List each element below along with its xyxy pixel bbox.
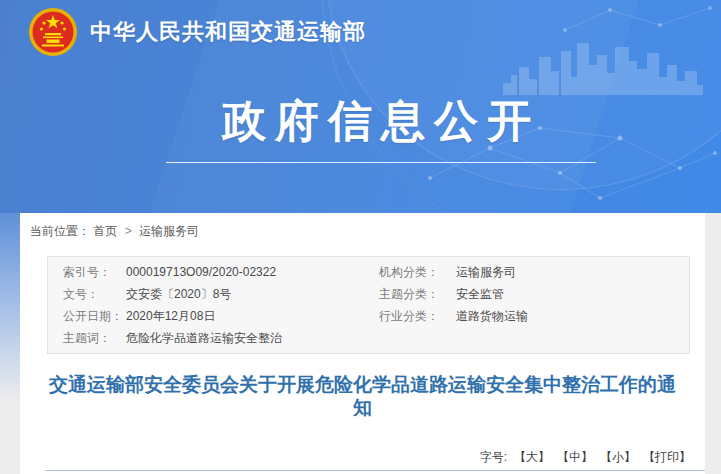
content-box: 当前位置： 首页 > 运输服务司 索引号： 000019713O09/2020-… bbox=[20, 213, 705, 474]
meta-row-topic-category: 主题分类： 安全监管 bbox=[379, 283, 689, 305]
site-name: 中华人民共和国交通运输部 bbox=[90, 17, 366, 47]
meta-row-keywords: 主题词： 危险化学品道路运输安全整治 bbox=[48, 327, 379, 349]
breadcrumb-separator: > bbox=[125, 224, 132, 238]
meta-value: 危险化学品道路运输安全整治 bbox=[126, 327, 282, 349]
meta-row-publish-date: 公开日期： 2020年12月08日 bbox=[48, 305, 379, 327]
breadcrumb-home-link[interactable]: 首页 bbox=[93, 224, 117, 238]
meta-column-right: 机构分类： 运输服务司 主题分类： 安全监管 行业分类： 道路货物运输 bbox=[379, 261, 689, 349]
meta-row-industry-category: 行业分类： 道路货物运输 bbox=[379, 305, 689, 327]
meta-label: 机构分类： bbox=[379, 261, 456, 283]
breadcrumb: 当前位置： 首页 > 运输服务司 bbox=[20, 213, 705, 240]
meta-label: 文号： bbox=[63, 283, 126, 305]
meta-column-left: 索引号： 000019713O09/2020-02322 文号： 交安委〔202… bbox=[48, 261, 379, 349]
breadcrumb-section-link[interactable]: 运输服务司 bbox=[139, 224, 199, 238]
meta-value: 安全监管 bbox=[456, 283, 504, 305]
meta-label: 主题词： bbox=[63, 327, 126, 349]
meta-value: 000019713O09/2020-02322 bbox=[126, 261, 276, 283]
meta-label: 索引号： bbox=[63, 261, 126, 283]
meta-label: 主题分类： bbox=[379, 283, 456, 305]
left-gradient-strip bbox=[0, 213, 20, 474]
breadcrumb-label: 当前位置： bbox=[30, 224, 90, 238]
page-title: 政府信息公开 bbox=[166, 92, 596, 151]
page-body: 当前位置： 首页 > 运输服务司 索引号： 000019713O09/2020-… bbox=[0, 213, 721, 474]
meta-value: 2020年12月08日 bbox=[126, 305, 215, 327]
meta-value: 交安委〔2020〕8号 bbox=[126, 283, 231, 305]
print-button[interactable]: 【打印】 bbox=[643, 450, 691, 464]
national-emblem bbox=[28, 7, 78, 57]
font-size-label: 字号: bbox=[480, 450, 507, 464]
font-size-large-button[interactable]: 【大】 bbox=[514, 450, 550, 464]
meta-row-index-number: 索引号： 000019713O09/2020-02322 bbox=[48, 261, 379, 283]
meta-row-document-number: 文号： 交安委〔2020〕8号 bbox=[48, 283, 379, 305]
font-size-medium-button[interactable]: 【中】 bbox=[557, 450, 593, 464]
bottom-divider bbox=[45, 470, 705, 471]
font-size-small-button[interactable]: 【小】 bbox=[600, 450, 636, 464]
meta-row-agency-category: 机构分类： 运输服务司 bbox=[379, 261, 689, 283]
document-meta-table: 索引号： 000019713O09/2020-02322 文号： 交安委〔202… bbox=[47, 256, 690, 354]
meta-label: 公开日期： bbox=[63, 305, 126, 327]
banner: 中华人民共和国交通运输部 政府信息公开 bbox=[0, 0, 721, 213]
font-size-controls: 字号:【大】【中】【小】【打印】 bbox=[480, 449, 691, 466]
city-skyline-decoration bbox=[503, 40, 703, 95]
banner-title-underline: 政府信息公开 bbox=[166, 92, 596, 163]
article-title: 交通运输部安全委员会关于开展危险化学品道路运输安全集中整治工作的通知 bbox=[40, 373, 685, 419]
constellation-decoration bbox=[560, 0, 720, 40]
meta-value: 道路货物运输 bbox=[456, 305, 528, 327]
meta-value: 运输服务司 bbox=[456, 261, 516, 283]
meta-label: 行业分类： bbox=[379, 305, 456, 327]
